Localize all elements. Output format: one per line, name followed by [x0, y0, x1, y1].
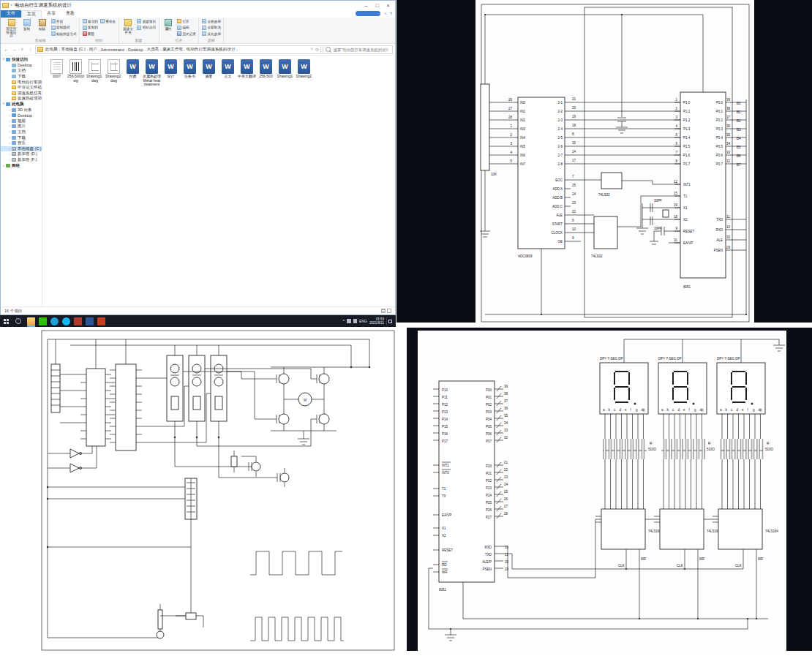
volume-icon[interactable] [347, 319, 351, 323]
thumbnail-view-icon[interactable] [387, 309, 391, 313]
sidebar-item[interactable]: › Desktop [1, 113, 42, 118]
sidebar-item[interactable]: 金属热处理加工工艺 [1, 96, 42, 102]
file-item[interactable]: W 任务书 [181, 59, 199, 87]
sidebar-item[interactable]: › 下载 [1, 135, 42, 140]
file-item[interactable]: Drawing1.dwg [86, 59, 104, 87]
taskbar-app-icon[interactable] [74, 317, 82, 325]
sidebar-item[interactable]: › 3D 对象 [1, 107, 42, 113]
sidebar-item[interactable]: 下载 [1, 74, 42, 80]
close-button[interactable]: × [383, 1, 394, 10]
ribbon-button[interactable]: 属性 [161, 18, 176, 37]
titlebar[interactable]: ˅ 电动自行车调速系统的设计 – □ × [1, 1, 395, 10]
ribbon-button[interactable]: 重命名 [99, 18, 116, 25]
up-button[interactable]: ↑ [27, 47, 34, 52]
minimize-button[interactable]: – [361, 1, 372, 10]
refresh-icon[interactable]: ⟳ [315, 47, 319, 52]
taskbar-app-icon[interactable] [27, 317, 35, 325]
sidebar-item[interactable]: › 音乐 [1, 140, 42, 146]
maximize-button[interactable]: □ [372, 1, 383, 10]
breadcrumb-segment[interactable]: 大漂亮 [146, 47, 159, 53]
ribbon-group-label[interactable]: 选择 [200, 37, 222, 43]
file-item[interactable]: W 金属热处理Metal heat treatment [143, 59, 161, 87]
breadcrumb-segment[interactable]: 电动自行车调速系统的设计 [186, 47, 236, 53]
tray-chevron-icon[interactable]: ^ [342, 319, 345, 323]
ribbon-button[interactable]: 复制 [19, 18, 34, 37]
breadcrumb-segment[interactable]: 康露工作包 [162, 47, 184, 53]
ribbon-collapse-icon[interactable]: ˄ [384, 12, 387, 16]
ribbon-group-label[interactable]: 剪贴板 [4, 37, 78, 43]
ribbon-button[interactable]: 粘贴 [34, 18, 50, 37]
file-item[interactable]: W 正文 [219, 59, 237, 87]
ribbon-button[interactable]: 反向选择 [200, 31, 222, 37]
account-badge[interactable] [356, 11, 380, 16]
file-item[interactable]: W 中英文翻译 [238, 59, 256, 87]
ribbon-button[interactable]: 复制路径 [50, 25, 78, 31]
ribbon-button[interactable]: 历史记录 [176, 31, 198, 37]
sidebar-item[interactable]: 调速系统仿真 [1, 91, 42, 97]
tab-file[interactable]: 文件 [1, 10, 21, 18]
sidebar-item[interactable]: 文档 [1, 68, 42, 74]
recent-dropdown-icon[interactable]: ˅ [19, 47, 26, 52]
ribbon-button[interactable]: 新建文件夹 [121, 18, 136, 37]
sidebar-item[interactable]: › 图片 [1, 124, 42, 129]
start-button[interactable] [0, 315, 12, 327]
sidebar-item[interactable]: › 视频 [1, 118, 42, 124]
ribbon-button[interactable]: 粘贴快捷方式 [50, 31, 78, 37]
help-icon[interactable]: ? [390, 12, 392, 16]
sidebar-item[interactable]: ˅ 快速访问 [1, 57, 42, 63]
taskbar-search-icon[interactable] [15, 318, 21, 324]
ribbon-tab[interactable]: 主页 [21, 10, 42, 18]
ribbon-button[interactable]: 移动到 [81, 18, 99, 25]
ribbon-tab[interactable]: 查看 [61, 10, 80, 18]
ribbon-button[interactable]: 新建项目 [136, 18, 157, 25]
file-item[interactable]: W 封面 [124, 59, 142, 87]
network-icon[interactable] [353, 319, 358, 323]
taskbar-app-icon[interactable] [97, 317, 105, 325]
breadcrumb-segment[interactable]: Desktop [127, 48, 144, 52]
file-item[interactable]: W 摘要 [200, 59, 218, 87]
sidebar-item[interactable]: ˅ 此电脑 [1, 102, 42, 108]
taskbar-app-icon[interactable] [39, 317, 47, 325]
breadcrumb-segment[interactable]: 本地磁盘 (C:) [61, 47, 86, 53]
ribbon-button[interactable]: 编辑 [176, 25, 198, 31]
ribbon-button[interactable]: 固定到快速访问 [4, 18, 19, 37]
ribbon-group-label[interactable]: 新建 [121, 37, 157, 43]
file-item[interactable]: 0007 [48, 59, 66, 87]
language-indicator[interactable]: ENG [359, 319, 367, 323]
sidebar-item[interactable]: › 本地磁盘 (C:) [1, 146, 42, 152]
ribbon-tab[interactable]: 共享 [42, 10, 61, 18]
sidebar-item[interactable]: › 新加卷 (F:) [1, 157, 42, 163]
details-view-icon[interactable] [381, 309, 386, 313]
taskbar-app-icon[interactable] [50, 317, 59, 325]
ribbon-button[interactable]: 全部取消 [200, 25, 222, 31]
ribbon-button[interactable]: 打开 [176, 18, 198, 25]
file-item[interactable]: Drawing2.dwg [105, 59, 123, 87]
breadcrumb-segment[interactable]: Administrator [99, 48, 125, 52]
ribbon-button[interactable]: 删除 [81, 31, 99, 37]
ribbon-button[interactable]: 复制到 [81, 25, 99, 31]
sidebar-item[interactable]: › 网络 [1, 162, 42, 168]
clock[interactable]: 15:53 2021/8/11 [369, 317, 384, 325]
ribbon-button[interactable]: 全部选择 [200, 18, 222, 25]
taskbar-app-icon[interactable] [62, 317, 70, 325]
ribbon-group-label[interactable]: 打开 [161, 37, 198, 43]
back-button[interactable]: ← [3, 47, 10, 52]
ribbon-group-label[interactable]: 组织 [81, 37, 117, 43]
breadcrumb[interactable]: 此电脑›本地磁盘 (C:)›用户›Administrator›Desktop›大… [35, 45, 321, 54]
file-item[interactable]: W Drawing2 [295, 59, 313, 87]
qat-dropdown-icon[interactable]: ˅ [10, 3, 12, 7]
file-item[interactable]: W Drawing1 [276, 59, 294, 87]
sidebar-item[interactable]: Desktop [1, 63, 42, 69]
search-box[interactable] [323, 45, 393, 54]
sidebar-item[interactable]: 毕业论文终稿 [1, 85, 42, 91]
file-item[interactable]: W 设计 [162, 59, 180, 87]
breadcrumb-segment[interactable]: 用户 [89, 47, 98, 53]
search-input[interactable] [332, 47, 391, 53]
ribbon-button[interactable]: 轻松访问 [136, 25, 157, 31]
address-dropdown-icon[interactable]: ˅ [310, 47, 313, 52]
file-item[interactable]: W 256-500 [257, 59, 275, 87]
breadcrumb-segment[interactable]: 此电脑 [45, 47, 59, 53]
forward-button[interactable]: → [11, 47, 18, 52]
action-center-icon[interactable] [386, 317, 394, 325]
sidebar-item[interactable]: 电动自行车调速系统设计 [1, 79, 42, 85]
